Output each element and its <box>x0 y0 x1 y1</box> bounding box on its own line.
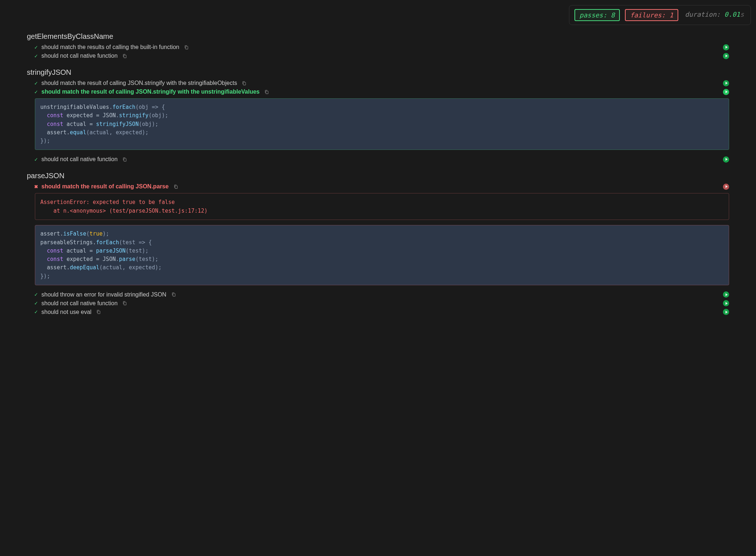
code-token: (test); <box>135 256 158 262</box>
check-icon: ✓ <box>33 301 38 306</box>
code-token: (obj); <box>139 121 158 127</box>
test-row[interactable]: ✓ should not call native function <box>27 299 729 308</box>
code-token: actual = <box>63 121 96 127</box>
test-row[interactable]: ✓ should not use eval <box>27 308 729 316</box>
svg-rect-5 <box>175 186 178 188</box>
stats-bar: passes: 8 failures: 1 duration: 0.01s <box>569 5 751 25</box>
suite: parseJSON ✖ should match the result of c… <box>27 172 729 316</box>
check-icon: ✓ <box>33 292 38 297</box>
code-token: (obj => { <box>135 104 165 110</box>
code-token: (actual, expected); <box>86 129 149 136</box>
code-block[interactable]: unstringifiableValues.forEach(obj => { c… <box>35 98 729 150</box>
code-token: }); <box>40 273 50 279</box>
copy-icon[interactable] <box>184 44 190 50</box>
code-token: isFalse <box>63 230 86 237</box>
copy-icon[interactable] <box>173 184 179 189</box>
code-token: const <box>47 256 63 262</box>
code-token: parseJSON <box>96 248 126 254</box>
copy-icon[interactable] <box>122 301 128 306</box>
error-block[interactable]: AssertionError: expected true to be fals… <box>35 193 729 220</box>
check-icon: ✓ <box>33 81 38 86</box>
play-icon[interactable] <box>723 156 729 163</box>
duration-label: duration: <box>685 11 720 18</box>
duration-value: 0.01 <box>724 11 740 18</box>
code-token: parse <box>119 256 135 262</box>
code-token: const <box>47 248 63 254</box>
test-row[interactable]: ✓ should match the results of calling th… <box>27 43 729 52</box>
test-label: should not use eval <box>41 309 92 315</box>
svg-rect-2 <box>243 82 246 85</box>
code-token: const <box>47 121 63 127</box>
copy-icon[interactable] <box>96 309 102 315</box>
code-token: expected = <box>63 256 102 262</box>
test-label: should throw an error for invalid string… <box>41 291 166 298</box>
play-icon[interactable] <box>723 291 729 298</box>
code-token <box>40 248 47 254</box>
play-icon[interactable] <box>723 184 729 190</box>
copy-icon[interactable] <box>171 292 176 298</box>
code-token: (test); <box>126 248 149 254</box>
check-icon: ✓ <box>33 53 38 59</box>
code-token: ); <box>103 230 109 237</box>
passes-pill[interactable]: passes: 8 <box>574 9 620 21</box>
play-icon[interactable] <box>723 53 729 59</box>
test-row[interactable]: ✓ should not call native function <box>27 155 729 164</box>
code-token: assert. <box>40 230 63 237</box>
code-token: . <box>109 104 113 110</box>
svg-rect-6 <box>173 294 175 296</box>
code-token: (test => { <box>119 239 152 246</box>
code-token: forEach <box>96 239 119 246</box>
test-label: should match the result of calling JSON.… <box>41 89 260 95</box>
copy-icon[interactable] <box>122 53 128 59</box>
svg-rect-3 <box>266 91 269 94</box>
play-icon[interactable] <box>723 44 729 50</box>
check-icon: ✓ <box>33 309 38 315</box>
svg-rect-7 <box>124 302 126 305</box>
code-block[interactable]: assert.isFalse(true); parseableStrings.f… <box>35 225 729 285</box>
test-label: should match the result of calling JSON.… <box>41 183 168 190</box>
test-label: should not call native function <box>41 300 118 307</box>
code-token: unstringifiableValues <box>40 104 109 110</box>
code-token: const <box>47 112 63 119</box>
error-line: at n.<anonymous> (test/parseJSON.test.js… <box>40 208 208 214</box>
copy-icon[interactable] <box>122 156 128 162</box>
copy-icon[interactable] <box>241 80 247 86</box>
code-token: }); <box>40 138 50 144</box>
test-row[interactable]: ✓ should match the result of calling JSO… <box>27 79 729 87</box>
code-token: stringify <box>119 112 149 119</box>
suite-title[interactable]: parseJSON <box>27 172 729 180</box>
suite-title[interactable]: getElementsByClassName <box>27 32 729 41</box>
code-token <box>40 112 47 119</box>
test-report: getElementsByClassName ✓ should match th… <box>5 32 751 316</box>
failures-pill[interactable]: failures: 1 <box>625 9 678 21</box>
test-row[interactable]: ✓ should throw an error for invalid stri… <box>27 290 729 299</box>
test-label: should not call native function <box>41 53 118 59</box>
cross-icon: ✖ <box>33 184 38 189</box>
code-token: expected = <box>63 112 102 119</box>
passes-count: 8 <box>611 11 615 19</box>
svg-rect-4 <box>124 159 126 161</box>
test-label: should match the results of calling the … <box>41 44 179 50</box>
play-icon[interactable] <box>723 300 729 306</box>
svg-rect-1 <box>124 55 126 58</box>
test-row[interactable]: ✖ should match the result of calling JSO… <box>27 182 729 191</box>
check-icon: ✓ <box>33 45 38 50</box>
code-token: deepEqual <box>70 264 99 271</box>
test-label: should not call native function <box>41 156 118 163</box>
suite-title[interactable]: stringifyJSON <box>27 68 729 77</box>
copy-icon[interactable] <box>264 89 270 95</box>
passes-label: passes: <box>580 11 607 19</box>
test-row[interactable]: ✓ should not call native function <box>27 52 729 60</box>
play-icon[interactable] <box>723 89 729 95</box>
code-token: (actual, expected); <box>99 264 162 271</box>
svg-rect-0 <box>186 46 188 49</box>
code-token: JSON <box>103 112 116 119</box>
check-icon: ✓ <box>33 89 38 95</box>
play-icon[interactable] <box>723 309 729 315</box>
play-icon[interactable] <box>723 80 729 86</box>
code-token: stringifyJSON <box>96 121 139 127</box>
code-token: . <box>116 256 119 262</box>
code-token <box>40 256 47 262</box>
test-row[interactable]: ✓ should match the result of calling JSO… <box>27 87 729 96</box>
error-line: AssertionError: expected true to be fals… <box>40 199 175 205</box>
